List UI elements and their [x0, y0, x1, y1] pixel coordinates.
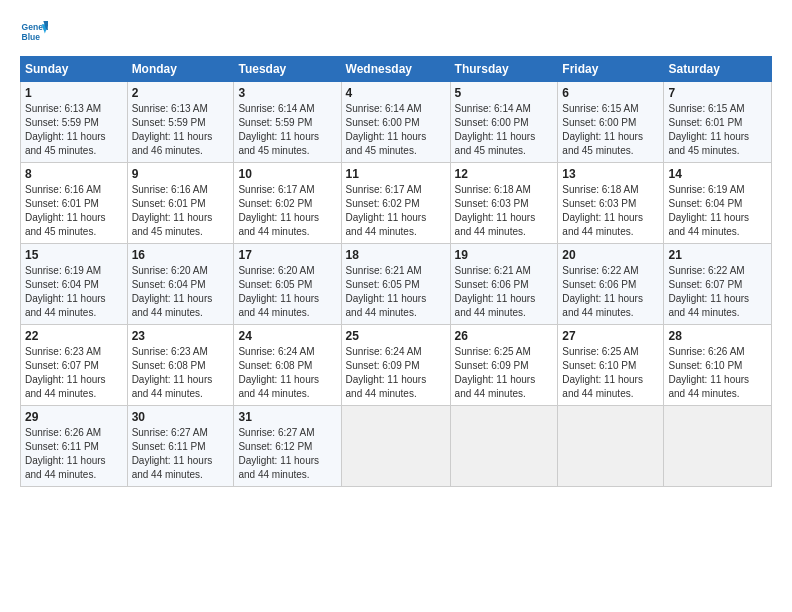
calendar-day-cell: 24Sunrise: 6:24 AMSunset: 6:08 PMDayligh…	[234, 325, 341, 406]
day-number: 3	[238, 86, 336, 100]
day-info: Sunrise: 6:27 AMSunset: 6:12 PMDaylight:…	[238, 426, 336, 482]
day-info: Sunrise: 6:19 AMSunset: 6:04 PMDaylight:…	[668, 183, 767, 239]
day-number: 10	[238, 167, 336, 181]
calendar-day-cell: 7Sunrise: 6:15 AMSunset: 6:01 PMDaylight…	[664, 82, 772, 163]
calendar-day-cell: 30Sunrise: 6:27 AMSunset: 6:11 PMDayligh…	[127, 406, 234, 487]
calendar-day-cell: 20Sunrise: 6:22 AMSunset: 6:06 PMDayligh…	[558, 244, 664, 325]
calendar-day-cell: 8Sunrise: 6:16 AMSunset: 6:01 PMDaylight…	[21, 163, 128, 244]
day-number: 31	[238, 410, 336, 424]
day-of-week-header: Friday	[558, 57, 664, 82]
day-number: 6	[562, 86, 659, 100]
day-number: 1	[25, 86, 123, 100]
day-number: 14	[668, 167, 767, 181]
calendar-table: SundayMondayTuesdayWednesdayThursdayFrid…	[20, 56, 772, 487]
logo: General Blue	[20, 18, 48, 46]
calendar-day-cell: 14Sunrise: 6:19 AMSunset: 6:04 PMDayligh…	[664, 163, 772, 244]
day-info: Sunrise: 6:17 AMSunset: 6:02 PMDaylight:…	[346, 183, 446, 239]
day-of-week-header: Sunday	[21, 57, 128, 82]
calendar-day-cell: 11Sunrise: 6:17 AMSunset: 6:02 PMDayligh…	[341, 163, 450, 244]
day-number: 2	[132, 86, 230, 100]
day-info: Sunrise: 6:15 AMSunset: 6:00 PMDaylight:…	[562, 102, 659, 158]
day-info: Sunrise: 6:27 AMSunset: 6:11 PMDaylight:…	[132, 426, 230, 482]
calendar-day-cell: 6Sunrise: 6:15 AMSunset: 6:00 PMDaylight…	[558, 82, 664, 163]
day-info: Sunrise: 6:24 AMSunset: 6:09 PMDaylight:…	[346, 345, 446, 401]
day-number: 7	[668, 86, 767, 100]
day-info: Sunrise: 6:14 AMSunset: 6:00 PMDaylight:…	[346, 102, 446, 158]
calendar-day-cell: 27Sunrise: 6:25 AMSunset: 6:10 PMDayligh…	[558, 325, 664, 406]
day-number: 22	[25, 329, 123, 343]
day-number: 4	[346, 86, 446, 100]
calendar-day-cell: 5Sunrise: 6:14 AMSunset: 6:00 PMDaylight…	[450, 82, 558, 163]
calendar-day-cell: 31Sunrise: 6:27 AMSunset: 6:12 PMDayligh…	[234, 406, 341, 487]
day-info: Sunrise: 6:24 AMSunset: 6:08 PMDaylight:…	[238, 345, 336, 401]
calendar-day-cell: 15Sunrise: 6:19 AMSunset: 6:04 PMDayligh…	[21, 244, 128, 325]
calendar-day-cell: 4Sunrise: 6:14 AMSunset: 6:00 PMDaylight…	[341, 82, 450, 163]
day-info: Sunrise: 6:25 AMSunset: 6:10 PMDaylight:…	[562, 345, 659, 401]
calendar-day-cell: 23Sunrise: 6:23 AMSunset: 6:08 PMDayligh…	[127, 325, 234, 406]
day-info: Sunrise: 6:20 AMSunset: 6:05 PMDaylight:…	[238, 264, 336, 320]
calendar-day-cell: 16Sunrise: 6:20 AMSunset: 6:04 PMDayligh…	[127, 244, 234, 325]
calendar-day-cell: 17Sunrise: 6:20 AMSunset: 6:05 PMDayligh…	[234, 244, 341, 325]
day-number: 18	[346, 248, 446, 262]
calendar-day-cell: 26Sunrise: 6:25 AMSunset: 6:09 PMDayligh…	[450, 325, 558, 406]
calendar-day-cell	[558, 406, 664, 487]
day-number: 9	[132, 167, 230, 181]
day-info: Sunrise: 6:19 AMSunset: 6:04 PMDaylight:…	[25, 264, 123, 320]
calendar-week-row: 1Sunrise: 6:13 AMSunset: 5:59 PMDaylight…	[21, 82, 772, 163]
calendar-header-row: SundayMondayTuesdayWednesdayThursdayFrid…	[21, 57, 772, 82]
day-number: 13	[562, 167, 659, 181]
day-number: 24	[238, 329, 336, 343]
day-number: 21	[668, 248, 767, 262]
calendar-day-cell: 19Sunrise: 6:21 AMSunset: 6:06 PMDayligh…	[450, 244, 558, 325]
calendar-day-cell: 22Sunrise: 6:23 AMSunset: 6:07 PMDayligh…	[21, 325, 128, 406]
day-number: 11	[346, 167, 446, 181]
day-info: Sunrise: 6:23 AMSunset: 6:08 PMDaylight:…	[132, 345, 230, 401]
logo-icon: General Blue	[20, 18, 48, 46]
day-info: Sunrise: 6:22 AMSunset: 6:06 PMDaylight:…	[562, 264, 659, 320]
day-number: 20	[562, 248, 659, 262]
day-info: Sunrise: 6:20 AMSunset: 6:04 PMDaylight:…	[132, 264, 230, 320]
day-of-week-header: Monday	[127, 57, 234, 82]
day-number: 30	[132, 410, 230, 424]
calendar-day-cell: 9Sunrise: 6:16 AMSunset: 6:01 PMDaylight…	[127, 163, 234, 244]
calendar-week-row: 22Sunrise: 6:23 AMSunset: 6:07 PMDayligh…	[21, 325, 772, 406]
calendar-day-cell: 28Sunrise: 6:26 AMSunset: 6:10 PMDayligh…	[664, 325, 772, 406]
day-info: Sunrise: 6:17 AMSunset: 6:02 PMDaylight:…	[238, 183, 336, 239]
calendar-day-cell: 3Sunrise: 6:14 AMSunset: 5:59 PMDaylight…	[234, 82, 341, 163]
day-info: Sunrise: 6:21 AMSunset: 6:06 PMDaylight:…	[455, 264, 554, 320]
day-number: 19	[455, 248, 554, 262]
day-number: 28	[668, 329, 767, 343]
day-of-week-header: Thursday	[450, 57, 558, 82]
calendar-day-cell: 21Sunrise: 6:22 AMSunset: 6:07 PMDayligh…	[664, 244, 772, 325]
day-number: 15	[25, 248, 123, 262]
day-number: 26	[455, 329, 554, 343]
day-number: 25	[346, 329, 446, 343]
day-of-week-header: Tuesday	[234, 57, 341, 82]
calendar-day-cell: 13Sunrise: 6:18 AMSunset: 6:03 PMDayligh…	[558, 163, 664, 244]
day-of-week-header: Saturday	[664, 57, 772, 82]
day-info: Sunrise: 6:26 AMSunset: 6:11 PMDaylight:…	[25, 426, 123, 482]
calendar-day-cell	[341, 406, 450, 487]
day-info: Sunrise: 6:18 AMSunset: 6:03 PMDaylight:…	[455, 183, 554, 239]
day-number: 16	[132, 248, 230, 262]
day-info: Sunrise: 6:14 AMSunset: 5:59 PMDaylight:…	[238, 102, 336, 158]
day-info: Sunrise: 6:22 AMSunset: 6:07 PMDaylight:…	[668, 264, 767, 320]
calendar-week-row: 8Sunrise: 6:16 AMSunset: 6:01 PMDaylight…	[21, 163, 772, 244]
svg-text:Blue: Blue	[22, 32, 41, 42]
day-info: Sunrise: 6:14 AMSunset: 6:00 PMDaylight:…	[455, 102, 554, 158]
day-number: 23	[132, 329, 230, 343]
calendar-day-cell: 18Sunrise: 6:21 AMSunset: 6:05 PMDayligh…	[341, 244, 450, 325]
day-number: 5	[455, 86, 554, 100]
calendar-day-cell: 12Sunrise: 6:18 AMSunset: 6:03 PMDayligh…	[450, 163, 558, 244]
calendar-day-cell: 1Sunrise: 6:13 AMSunset: 5:59 PMDaylight…	[21, 82, 128, 163]
header: General Blue	[20, 18, 772, 46]
day-number: 12	[455, 167, 554, 181]
calendar-day-cell: 25Sunrise: 6:24 AMSunset: 6:09 PMDayligh…	[341, 325, 450, 406]
day-number: 29	[25, 410, 123, 424]
calendar-week-row: 15Sunrise: 6:19 AMSunset: 6:04 PMDayligh…	[21, 244, 772, 325]
page-container: General Blue SundayMondayTuesdayWednesda…	[0, 0, 792, 497]
day-info: Sunrise: 6:21 AMSunset: 6:05 PMDaylight:…	[346, 264, 446, 320]
day-info: Sunrise: 6:13 AMSunset: 5:59 PMDaylight:…	[132, 102, 230, 158]
day-number: 8	[25, 167, 123, 181]
day-of-week-header: Wednesday	[341, 57, 450, 82]
